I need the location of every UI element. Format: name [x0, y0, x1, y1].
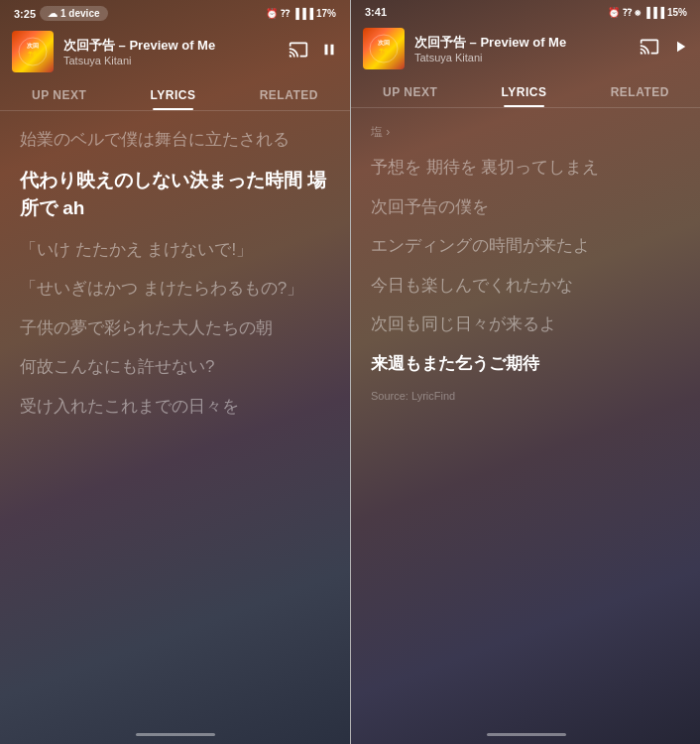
lyric-right-2: 次回予告の僕を: [371, 194, 681, 220]
lyric-right-4: 今日も楽しんでくれたかな: [371, 273, 681, 299]
signal-icon-right: ▐▐▐: [643, 7, 664, 18]
lyric-line-2: 代わり映えのしない決まった時間 場所で ah: [20, 167, 330, 223]
scroll-indicator-right: [487, 733, 566, 736]
svg-text:次回: 次回: [27, 42, 39, 49]
bluetooth-icon: ⁇: [281, 8, 290, 19]
lyric-right-3: エンディングの時間が来たよ: [371, 233, 681, 259]
right-screen: 3:41 ⏰ ⁇ ⎈ ▐▐▐ 15% 次回 予告 次回予告 – Preview …: [351, 0, 700, 744]
battery-left: 17%: [316, 8, 336, 19]
track-artist-left: Tatsuya Kitani: [63, 55, 279, 66]
status-bar-right: 3:41 ⏰ ⁇ ⎈ ▐▐▐ 15%: [351, 0, 700, 22]
player-controls-left: [289, 40, 338, 64]
play-icon-right[interactable]: [671, 38, 689, 61]
scroll-indicator-left: [136, 733, 215, 736]
wifi-icon-right: ⎈: [635, 7, 641, 18]
left-screen: 3:25 ☁ 1 device ⏰ ⁇ ▐▐▐ 17% 次回 予告 次回予: [0, 0, 350, 744]
mini-player-right: 次回 予告 次回予告 – Preview of Me Tatsuya Kitan…: [351, 22, 700, 75]
bluetooth-icon-right: ⁇: [623, 7, 632, 18]
lyric-line-3: 「いけ たたかえ まけないで!」: [20, 237, 330, 263]
track-info-left: 次回予告 – Preview of Me Tatsuya Kitani: [63, 37, 279, 66]
lyric-right-6: 来週もまた乞うご期待: [371, 351, 681, 377]
source-text-right: Source: LyricFind: [371, 390, 681, 402]
lyric-line-4: 「せいぎはかつ まけたらわるもの?」: [20, 276, 330, 302]
pause-icon-left[interactable]: [320, 41, 338, 63]
device-pill[interactable]: ☁ 1 device: [40, 6, 107, 21]
tabs-left: UP NEXT LYRICS RELATED: [0, 78, 350, 111]
signal-icon: ▐▐▐: [292, 8, 313, 19]
cast-icon-right[interactable]: [640, 37, 659, 62]
lyrics-area-left: 始業のベルで僕は舞台に立たされる 代わり映えのしない決まった時間 場所で ah …: [0, 111, 350, 726]
alarm-icon: ⏰: [266, 8, 278, 19]
tab-lyrics-right[interactable]: LYRICS: [490, 79, 559, 107]
tabs-right: UP NEXT LYRICS RELATED: [351, 75, 700, 108]
lyric-line-7: 受け入れたこれまでの日々を: [20, 394, 330, 420]
alarm-icon-right: ⏰: [608, 7, 620, 18]
time-left: 3:25: [14, 8, 36, 20]
lyrics-area-right: 塩 › 予想を 期待を 裏切ってしまえ 次回予告の僕を エンディングの時間が来た…: [351, 108, 700, 723]
lyric-line-6: 何故こんなにも許せない?: [20, 354, 330, 380]
cast-icon-left[interactable]: [289, 40, 308, 64]
tab-up-next-left[interactable]: UP NEXT: [20, 82, 98, 110]
battery-right: 15%: [667, 7, 687, 18]
lyric-line-5: 子供の夢で彩られた大人たちの朝: [20, 315, 330, 341]
track-title-right: 次回予告 – Preview of Me: [414, 34, 630, 52]
lyric-right-1: 予想を 期待を 裏切ってしまえ: [371, 155, 681, 181]
tab-up-next-right[interactable]: UP NEXT: [371, 79, 449, 107]
track-title-left: 次回予告 – Preview of Me: [63, 37, 279, 55]
tab-lyrics-left[interactable]: LYRICS: [139, 82, 208, 110]
lyric-line-1: 始業のベルで僕は舞台に立たされる: [20, 127, 330, 153]
album-art-right: 次回 予告: [363, 28, 405, 69]
tab-related-right[interactable]: RELATED: [599, 79, 681, 107]
device-count: 1 device: [60, 8, 99, 19]
mini-player-left: 次回 予告 次回予告 – Preview of Me Tatsuya Kitan…: [0, 25, 350, 78]
player-controls-right: [640, 37, 689, 62]
track-info-right: 次回予告 – Preview of Me Tatsuya Kitani: [414, 34, 630, 63]
svg-text:予告: 予告: [379, 48, 389, 54]
track-artist-right: Tatsuya Kitani: [414, 52, 630, 63]
tab-related-left[interactable]: RELATED: [248, 82, 330, 110]
time-right: 3:41: [365, 6, 387, 18]
lyric-right-5: 次回も同じ日々が来るよ: [371, 311, 681, 337]
album-art-left: 次回 予告: [12, 31, 54, 72]
svg-text:予告: 予告: [28, 51, 38, 57]
svg-text:次回: 次回: [378, 39, 390, 46]
breadcrumb-right: 塩 ›: [371, 124, 681, 141]
status-bar-left: 3:25 ☁ 1 device ⏰ ⁇ ▐▐▐ 17%: [0, 0, 350, 25]
wifi-icon: ☁: [48, 8, 58, 19]
